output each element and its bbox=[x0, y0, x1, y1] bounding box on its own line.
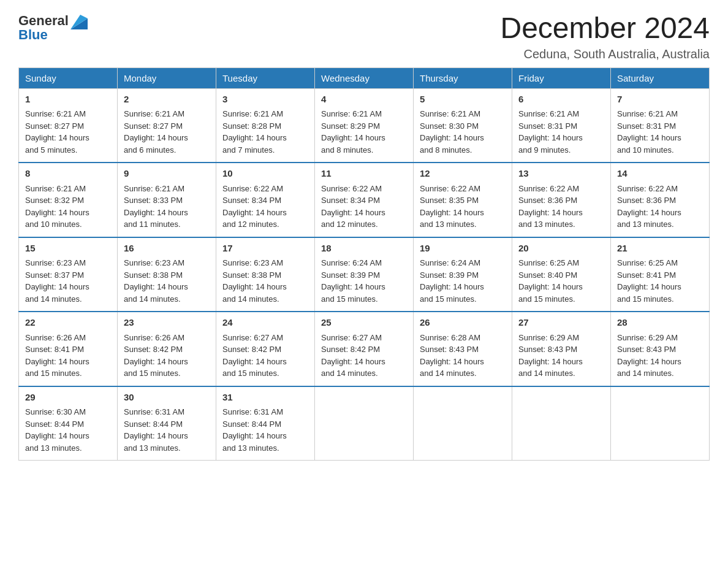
day-number: 24 bbox=[222, 316, 308, 330]
calendar-cell bbox=[315, 386, 414, 461]
calendar-cell: 31Sunrise: 6:31 AMSunset: 8:44 PMDayligh… bbox=[216, 386, 315, 461]
calendar-cell: 19Sunrise: 6:24 AMSunset: 8:39 PMDayligh… bbox=[414, 237, 512, 312]
calendar-cell: 21Sunrise: 6:25 AMSunset: 8:41 PMDayligh… bbox=[611, 237, 710, 312]
day-number: 20 bbox=[518, 242, 604, 256]
calendar-table: SundayMondayTuesdayWednesdayThursdayFrid… bbox=[18, 67, 710, 461]
calendar-cell: 26Sunrise: 6:28 AMSunset: 8:43 PMDayligh… bbox=[414, 312, 512, 386]
logo-blue-text: Blue bbox=[18, 27, 48, 43]
day-number: 13 bbox=[518, 167, 604, 181]
day-number: 15 bbox=[25, 242, 111, 256]
logo: General Blue bbox=[18, 12, 88, 43]
calendar-week-row: 1Sunrise: 6:21 AMSunset: 8:27 PMDaylight… bbox=[19, 88, 710, 163]
calendar-cell: 18Sunrise: 6:24 AMSunset: 8:39 PMDayligh… bbox=[315, 237, 414, 312]
calendar-week-row: 8Sunrise: 6:21 AMSunset: 8:32 PMDaylight… bbox=[19, 163, 710, 237]
day-number: 10 bbox=[222, 167, 308, 181]
calendar-cell: 13Sunrise: 6:22 AMSunset: 8:36 PMDayligh… bbox=[512, 163, 611, 237]
logo-icon bbox=[70, 12, 88, 29]
calendar-cell: 4Sunrise: 6:21 AMSunset: 8:29 PMDaylight… bbox=[315, 88, 414, 163]
day-number: 19 bbox=[420, 242, 506, 256]
calendar-cell: 22Sunrise: 6:26 AMSunset: 8:41 PMDayligh… bbox=[19, 312, 118, 386]
calendar-header-friday: Friday bbox=[512, 67, 611, 88]
calendar-header-saturday: Saturday bbox=[611, 67, 710, 88]
day-number: 2 bbox=[124, 93, 210, 107]
calendar-week-row: 22Sunrise: 6:26 AMSunset: 8:41 PMDayligh… bbox=[19, 312, 710, 386]
calendar-header-tuesday: Tuesday bbox=[216, 67, 315, 88]
day-number: 22 bbox=[25, 316, 111, 330]
calendar-cell: 28Sunrise: 6:29 AMSunset: 8:43 PMDayligh… bbox=[611, 312, 710, 386]
day-number: 11 bbox=[321, 167, 407, 181]
calendar-header-thursday: Thursday bbox=[414, 67, 512, 88]
calendar-cell: 3Sunrise: 6:21 AMSunset: 8:28 PMDaylight… bbox=[216, 88, 315, 163]
day-number: 27 bbox=[518, 316, 604, 330]
day-number: 1 bbox=[25, 93, 111, 107]
calendar-cell bbox=[611, 386, 710, 461]
day-number: 25 bbox=[321, 316, 407, 330]
calendar-cell: 8Sunrise: 6:21 AMSunset: 8:32 PMDaylight… bbox=[19, 163, 118, 237]
calendar-cell: 24Sunrise: 6:27 AMSunset: 8:42 PMDayligh… bbox=[216, 312, 315, 386]
day-number: 29 bbox=[25, 391, 111, 405]
day-number: 3 bbox=[222, 93, 308, 107]
day-number: 17 bbox=[222, 242, 308, 256]
day-number: 14 bbox=[617, 167, 703, 181]
day-number: 18 bbox=[321, 242, 407, 256]
day-number: 6 bbox=[518, 93, 604, 107]
location-text: Ceduna, South Australia, Australia bbox=[500, 47, 710, 61]
calendar-cell: 29Sunrise: 6:30 AMSunset: 8:44 PMDayligh… bbox=[19, 386, 118, 461]
calendar-cell: 23Sunrise: 6:26 AMSunset: 8:42 PMDayligh… bbox=[118, 312, 216, 386]
title-block: December 2024 Ceduna, South Australia, A… bbox=[500, 12, 710, 61]
calendar-header-row: SundayMondayTuesdayWednesdayThursdayFrid… bbox=[19, 67, 710, 88]
day-number: 23 bbox=[124, 316, 210, 330]
day-number: 26 bbox=[420, 316, 506, 330]
calendar-cell: 10Sunrise: 6:22 AMSunset: 8:34 PMDayligh… bbox=[216, 163, 315, 237]
day-number: 5 bbox=[420, 93, 506, 107]
calendar-cell: 15Sunrise: 6:23 AMSunset: 8:37 PMDayligh… bbox=[19, 237, 118, 312]
day-number: 7 bbox=[617, 93, 703, 107]
day-number: 21 bbox=[617, 242, 703, 256]
day-number: 4 bbox=[321, 93, 407, 107]
calendar-cell: 30Sunrise: 6:31 AMSunset: 8:44 PMDayligh… bbox=[118, 386, 216, 461]
calendar-header-sunday: Sunday bbox=[19, 67, 118, 88]
calendar-week-row: 29Sunrise: 6:30 AMSunset: 8:44 PMDayligh… bbox=[19, 386, 710, 461]
day-number: 9 bbox=[124, 167, 210, 181]
calendar-cell: 5Sunrise: 6:21 AMSunset: 8:30 PMDaylight… bbox=[414, 88, 512, 163]
calendar-header-monday: Monday bbox=[118, 67, 216, 88]
calendar-header-wednesday: Wednesday bbox=[315, 67, 414, 88]
calendar-cell: 25Sunrise: 6:27 AMSunset: 8:42 PMDayligh… bbox=[315, 312, 414, 386]
calendar-cell: 16Sunrise: 6:23 AMSunset: 8:38 PMDayligh… bbox=[118, 237, 216, 312]
calendar-cell: 17Sunrise: 6:23 AMSunset: 8:38 PMDayligh… bbox=[216, 237, 315, 312]
day-number: 16 bbox=[124, 242, 210, 256]
calendar-cell: 20Sunrise: 6:25 AMSunset: 8:40 PMDayligh… bbox=[512, 237, 611, 312]
day-number: 8 bbox=[25, 167, 111, 181]
calendar-cell: 7Sunrise: 6:21 AMSunset: 8:31 PMDaylight… bbox=[611, 88, 710, 163]
calendar-cell: 9Sunrise: 6:21 AMSunset: 8:33 PMDaylight… bbox=[118, 163, 216, 237]
day-number: 12 bbox=[420, 167, 506, 181]
calendar-cell: 1Sunrise: 6:21 AMSunset: 8:27 PMDaylight… bbox=[19, 88, 118, 163]
calendar-cell: 6Sunrise: 6:21 AMSunset: 8:31 PMDaylight… bbox=[512, 88, 611, 163]
calendar-cell bbox=[414, 386, 512, 461]
calendar-cell bbox=[512, 386, 611, 461]
day-number: 28 bbox=[617, 316, 703, 330]
day-number: 30 bbox=[124, 391, 210, 405]
calendar-cell: 2Sunrise: 6:21 AMSunset: 8:27 PMDaylight… bbox=[118, 88, 216, 163]
month-title: December 2024 bbox=[500, 12, 710, 45]
calendar-cell: 11Sunrise: 6:22 AMSunset: 8:34 PMDayligh… bbox=[315, 163, 414, 237]
page-header: General Blue December 2024 Ceduna, South… bbox=[18, 12, 710, 61]
calendar-cell: 14Sunrise: 6:22 AMSunset: 8:36 PMDayligh… bbox=[611, 163, 710, 237]
calendar-week-row: 15Sunrise: 6:23 AMSunset: 8:37 PMDayligh… bbox=[19, 237, 710, 312]
day-number: 31 bbox=[222, 391, 308, 405]
calendar-cell: 27Sunrise: 6:29 AMSunset: 8:43 PMDayligh… bbox=[512, 312, 611, 386]
calendar-cell: 12Sunrise: 6:22 AMSunset: 8:35 PMDayligh… bbox=[414, 163, 512, 237]
